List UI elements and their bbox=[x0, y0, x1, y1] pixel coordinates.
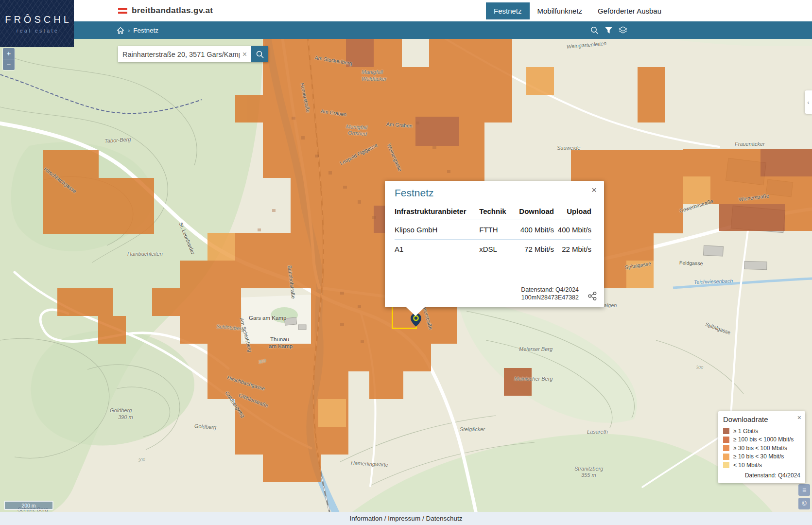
copyright-icon: © bbox=[802, 500, 806, 507]
chevron-left-icon: ‹ bbox=[807, 99, 809, 106]
tab-gefoerderter-ausbau[interactable]: Geförderter Ausbau bbox=[590, 2, 669, 19]
legend-item: ≥ 1 Gbit/s bbox=[723, 428, 800, 434]
breadcrumb-bar: › Festnetz bbox=[0, 21, 812, 39]
popup-table-header: Infrastrukturanbieter bbox=[395, 205, 479, 220]
legend-panel: Downloadrate × ≥ 1 Gbit/s≥ 100 bis < 100… bbox=[718, 411, 805, 483]
legend-label: ≥ 10 bis < 30 Mbit/s bbox=[733, 453, 784, 460]
breadcrumb: › Festnetz bbox=[117, 21, 158, 39]
zoom-out-button[interactable]: − bbox=[3, 59, 15, 70]
search-icon[interactable] bbox=[590, 26, 599, 35]
legend-item: ≥ 100 bis < 1000 Mbit/s bbox=[723, 437, 800, 443]
layers-icon[interactable] bbox=[618, 26, 628, 35]
popup-title: Festnetz bbox=[395, 187, 591, 199]
scale-label: 200 m bbox=[21, 503, 35, 508]
filter-icon[interactable] bbox=[605, 26, 613, 35]
popup-table-header: Download bbox=[511, 205, 554, 220]
main-nav: Festnetz Mobilfunknetz Geförderter Ausba… bbox=[486, 0, 669, 21]
tab-festnetz[interactable]: Festnetz bbox=[486, 2, 530, 19]
popup-meta: Datenstand: Q4/2024 100mN28473E47382 bbox=[521, 286, 579, 302]
popup-table-header: Technik bbox=[479, 205, 511, 220]
address-search: Rainharterstraße 20, 3571 Gars/Kamp × bbox=[118, 46, 268, 62]
legend-label: < 10 Mbit/s bbox=[733, 462, 762, 469]
brand[interactable]: breitbandatlas.gv.at bbox=[118, 0, 213, 21]
legend-item: ≥ 30 bis < 100 Mbit/s bbox=[723, 445, 800, 451]
legend-datenstand: Datenstand: Q4/2024 bbox=[723, 472, 800, 479]
panel-toggle[interactable]: ‹ bbox=[805, 90, 812, 114]
zoom-in-button[interactable]: + bbox=[3, 48, 15, 59]
popup-datenstand: Datenstand: Q4/2024 bbox=[521, 286, 579, 294]
table-row: A1xDSL72 Mbit/s22 Mbit/s bbox=[395, 240, 591, 259]
legend-label: ≥ 1 Gbit/s bbox=[733, 428, 758, 435]
footer-bar: Information / Impressum / Datenschutz bbox=[0, 512, 812, 525]
table-row: Klipso GmbHFTTH400 Mbit/s400 Mbit/s bbox=[395, 220, 591, 240]
legend-swatch bbox=[723, 445, 729, 451]
map-toolbar bbox=[590, 21, 628, 39]
logo-tagline: real estate bbox=[17, 28, 59, 34]
popup-table-header: Upload bbox=[554, 205, 591, 220]
legend-swatch bbox=[723, 437, 729, 443]
legend-swatch bbox=[723, 462, 729, 468]
search-input[interactable]: Rainharterstraße 20, 3571 Gars/Kamp × bbox=[118, 46, 251, 62]
legend-label: ≥ 100 bis < 1000 Mbit/s bbox=[733, 436, 794, 443]
legend-items: ≥ 1 Gbit/s≥ 100 bis < 1000 Mbit/s≥ 30 bi… bbox=[723, 428, 800, 468]
app-window: Tabor-BergGoldberg390 mGoldbergHainbuchl… bbox=[0, 0, 812, 525]
close-icon[interactable]: × bbox=[797, 414, 801, 421]
legend-item: < 10 Mbit/s bbox=[723, 462, 800, 468]
legend-label: ≥ 30 bis < 100 Mbit/s bbox=[733, 445, 787, 452]
home-icon[interactable] bbox=[117, 27, 124, 34]
legend-swatch bbox=[723, 428, 729, 434]
tab-mobilfunknetz[interactable]: Mobilfunknetz bbox=[530, 2, 590, 19]
popup-table-header-row: InfrastrukturanbieterTechnikDownloadUplo… bbox=[395, 205, 591, 220]
legend-swatch bbox=[723, 454, 729, 460]
footer-links[interactable]: Information / Impressum / Datenschutz bbox=[350, 515, 463, 522]
scale-bar: 200 m bbox=[4, 501, 53, 510]
list-icon: ≡ bbox=[802, 486, 806, 494]
clear-search-icon[interactable]: × bbox=[240, 51, 247, 58]
breadcrumb-separator: › bbox=[128, 27, 130, 34]
legend-item: ≥ 10 bis < 30 Mbit/s bbox=[723, 454, 800, 460]
search-button[interactable] bbox=[251, 46, 268, 62]
top-header: breitbandatlas.gv.at Festnetz Mobilfunkn… bbox=[0, 0, 812, 21]
zoom-controls: + − bbox=[2, 48, 15, 70]
austria-flag-icon bbox=[118, 8, 127, 14]
share-icon[interactable] bbox=[587, 291, 597, 301]
search-icon bbox=[256, 50, 264, 59]
close-icon[interactable]: × bbox=[591, 185, 597, 194]
brand-title: breitbandatlas.gv.at bbox=[132, 6, 213, 16]
legend-toggle-button[interactable]: ≡ bbox=[798, 484, 810, 496]
popup-cell-id: 100mN28473E47382 bbox=[521, 294, 579, 301]
popup-table-body: Klipso GmbHFTTH400 Mbit/s400 Mbit/sA1xDS… bbox=[395, 220, 591, 259]
breadcrumb-current: Festnetz bbox=[133, 27, 158, 34]
logo-title: FRÔSCHL bbox=[5, 14, 72, 25]
legend-title: Downloadrate bbox=[723, 415, 800, 423]
froeschl-logo: FRÔSCHL real estate bbox=[0, 0, 74, 47]
festnetz-popup: Festnetz × InfrastrukturanbieterTechnikD… bbox=[385, 181, 604, 307]
search-value: Rainharterstraße 20, 3571 Gars/Kamp bbox=[122, 51, 240, 58]
provider-table: InfrastrukturanbieterTechnikDownloadUplo… bbox=[395, 205, 591, 259]
attribution-button[interactable]: © bbox=[798, 498, 810, 509]
